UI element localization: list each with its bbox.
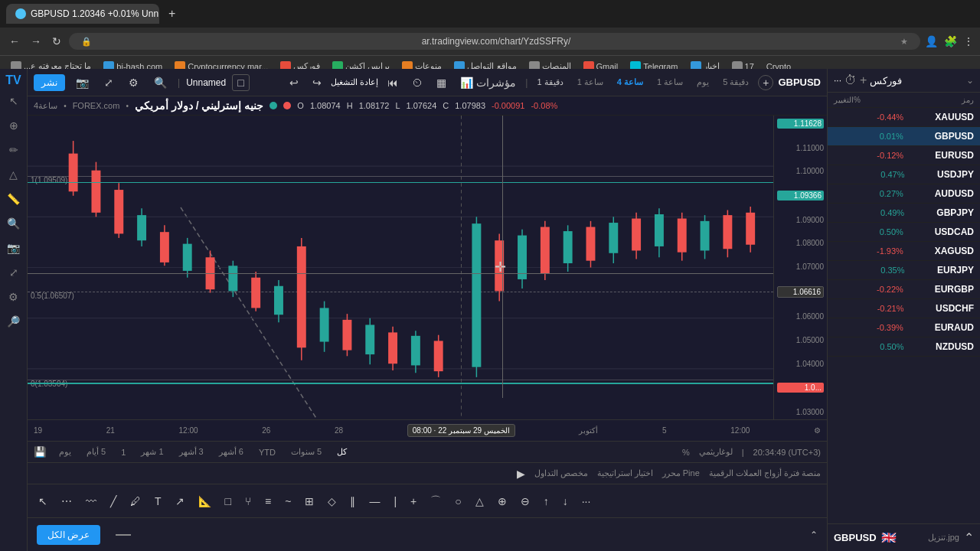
pct-scale[interactable]: % [682,448,690,457]
pitchfork-draw-tool[interactable]: ⑂ [240,492,256,510]
replay-button[interactable]: ⏮ [383,74,403,91]
chart-body[interactable]: 1(1.09509) 0.5(1.06507) 0(1.03504) ✛ [28,116,827,419]
cursor-tool[interactable]: ↖ [3,90,24,112]
crosshair-tool[interactable]: ⊕ [3,115,24,136]
publish-button[interactable]: نشر [34,74,65,91]
period-6m[interactable]: 6 أشهر [216,445,247,458]
wl-item-audusd[interactable]: 0.27% AUDUSD [828,184,980,204]
fullscreen-button[interactable]: ⤢ [100,74,118,91]
wl-item-usdcad[interactable]: 0.50% USDCAD [828,223,980,242]
long-pos-draw-tool[interactable]: ↑ [539,492,554,510]
footer-download[interactable]: تنزيل.jpg [928,533,959,543]
layout-button[interactable]: □ [232,74,249,91]
back-button[interactable]: ← [6,32,23,51]
tf-1h[interactable]: 1 ساعة [573,75,608,90]
period-1m[interactable]: 1 شهر [138,445,166,458]
tf-1h-alt[interactable]: 1 ساعة [652,75,688,90]
platform-arrow[interactable]: ▶ [517,468,525,480]
cursor-draw-tool[interactable]: ↖ [34,492,52,510]
log-scale[interactable]: لوغاريثمي [699,447,733,457]
period-1[interactable]: 1 [118,446,129,458]
text-draw-tool[interactable]: T [150,492,166,510]
address-bar[interactable]: 🔒 ar.tradingview.com/chart/YzdSSFRy/ ★ [69,33,920,50]
wl-item-gbpusd[interactable]: 0.01% GBPUSD [828,127,980,146]
fib-draw-tool[interactable]: ≡ [260,492,276,510]
wl-item-gbpjpy[interactable]: 0.49% GBPJPY [828,204,980,223]
settings-tool[interactable]: ⚙ [3,286,24,308]
search-tool[interactable]: 🔎 [3,311,24,332]
chart-settings-button[interactable]: ⚙ [124,74,143,91]
browser-menu-icon[interactable]: ⋮ [963,35,974,47]
screenshot-tool[interactable]: 📷 [3,237,24,259]
collapse-btn[interactable]: ⌃ [810,530,818,540]
wl-item-usdchf[interactable]: -0.21% USDCHF [828,299,980,318]
short-pos-draw-tool[interactable]: ↓ [558,492,573,510]
wl-item-usdjpy[interactable]: 0.47% USDJPY [828,165,980,184]
path-draw-tool[interactable]: 〰 [81,492,101,510]
watchlist-collapse-btn[interactable]: ⌃ [964,530,974,545]
camera-button[interactable]: 📷 [71,74,93,91]
tf-4h[interactable]: 4 ساعة [612,75,648,90]
wl-item-xagusd[interactable]: -1.93% XAGUSD [828,242,980,261]
zoom-out-draw-tool[interactable]: ⊖ [516,492,534,510]
tf-5m[interactable]: 5 دقيقة [718,75,753,90]
period-1d[interactable]: يوم [56,445,74,458]
layout-grid-button[interactable]: ▦ [432,74,451,91]
measure-draw-tool[interactable]: 📐 [194,492,216,510]
draw-tool[interactable]: ✏ [3,139,24,161]
indicators-button[interactable]: 📊 مؤشرات [456,74,521,91]
wave-draw-tool[interactable]: ~ [280,492,296,510]
line-draw-tool[interactable]: ╱ [106,492,121,510]
zoom-in-draw-tool[interactable]: ⊕ [493,492,511,510]
arrow-draw-tool[interactable]: ↗ [171,492,189,510]
forward-button[interactable]: → [28,32,44,51]
watchlist-expand-icon[interactable]: ⌄ [966,75,974,86]
gann-draw-tool[interactable]: ⊞ [300,492,318,510]
arc-draw-tool[interactable]: ⌒ [426,491,446,511]
show-all-button[interactable]: عرض الكل [37,525,100,545]
active-tab[interactable]: GBPUSD 1.20346 +0.01% Unn... ✕ [6,4,159,24]
save-layout-btn[interactable]: 💾 [34,446,47,458]
minimize-icon[interactable] [116,534,131,536]
ellipse-draw-tool[interactable]: ○ [450,492,466,510]
zoom-tool[interactable]: 🔍 [3,213,24,234]
cross-draw-tool[interactable]: + [406,492,421,510]
refresh-button[interactable]: ↻ [49,32,64,51]
extensions-icon[interactable]: 🧩 [944,35,957,47]
undo-button[interactable]: ↩ [285,74,303,91]
account-icon[interactable]: 👤 [925,35,938,47]
search-button[interactable]: 🔍 [149,74,172,91]
brush-draw-tool[interactable]: 🖊 [126,492,145,510]
period-5y[interactable]: 5 سنوات [288,445,325,458]
period-ytd[interactable]: YTD [256,446,279,458]
add-tf-button[interactable]: + [758,75,773,90]
wl-item-eurusd[interactable]: -0.12% EURUSD [828,146,980,165]
hline-draw-tool[interactable]: — [364,492,384,510]
ruler-tool[interactable]: 📏 [3,188,24,210]
wl-item-eurjpy[interactable]: 0.35% EURJPY [828,261,980,280]
wl-item-xauusd[interactable]: -0.44% XAUUSD [828,108,980,127]
wl-item-euraud[interactable]: -0.39% EURAUD [828,318,980,337]
bookmark-star[interactable]: ★ [900,37,908,47]
dots-draw-tool[interactable]: ⋯ [57,492,77,510]
tf-1m[interactable]: 1 دقيقة [532,75,567,90]
channel-draw-tool[interactable]: ∥ [345,492,360,510]
period-5d[interactable]: 5 أيام [83,445,109,458]
new-tab-button[interactable]: + [162,4,181,24]
more-tools-btn[interactable]: ··· [577,492,596,510]
period-3m[interactable]: 3 أشهر [176,445,207,458]
wl-item-nzdusd[interactable]: 0.50% NZDUSD [828,337,980,357]
shapes-tool[interactable]: △ [3,164,24,185]
wl-item-eurgbp[interactable]: -0.22% EURGBP [828,280,980,299]
rect-draw-tool[interactable]: □ [220,492,236,510]
vline-draw-tool[interactable]: | [389,492,401,510]
redo-button[interactable]: ↪ [308,74,326,91]
fullscreen-tool[interactable]: ⤢ [3,262,24,283]
tf-day[interactable]: يوم [692,75,714,90]
sync-button[interactable]: ⏲ [407,74,427,91]
time-settings-icon[interactable]: ⚙ [814,426,821,435]
pattern-draw-tool[interactable]: ◇ [323,492,341,510]
period-all[interactable]: كل [334,445,350,458]
triangle-draw-tool[interactable]: △ [471,492,488,510]
watchlist-plus-icon[interactable]: + [860,73,867,87]
